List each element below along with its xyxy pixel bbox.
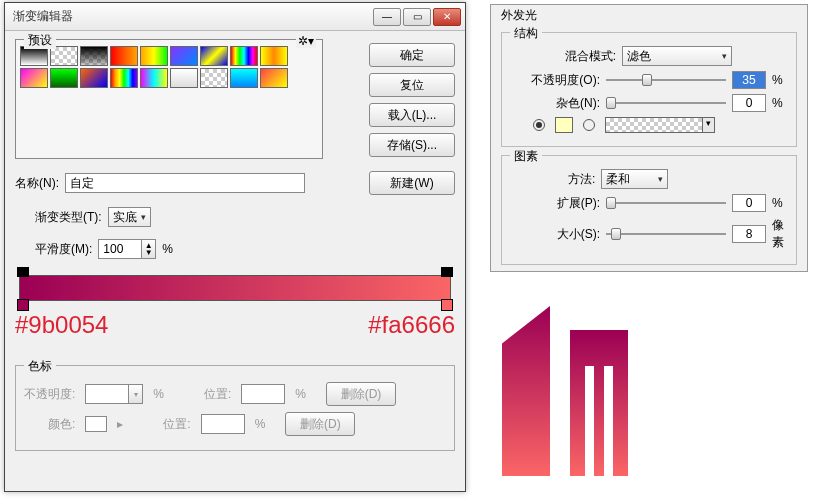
size-unit: 像素 (772, 217, 788, 251)
preset-swatch[interactable] (200, 68, 228, 88)
opacity-slider[interactable] (606, 73, 726, 87)
percent-sign: % (255, 417, 266, 431)
delete-label: 删除(D) (300, 416, 341, 433)
blend-mode-select[interactable]: 滤色 ▾ (622, 46, 732, 66)
gradient-bar[interactable] (19, 275, 451, 301)
stop-color-label: 颜色: (48, 416, 75, 433)
percent-sign: % (772, 73, 788, 87)
spread-value-input[interactable]: 0 (732, 194, 766, 212)
stepper-icon: ▾ (129, 384, 143, 404)
stops-group: 色标 不透明度: ▾ % 位置: % 删除(D) 颜色: ▸ 位置: % 删除(… (15, 365, 455, 451)
size-label: 大小(S): (510, 226, 600, 243)
name-input[interactable] (65, 173, 305, 193)
name-label: 名称(N): (15, 175, 59, 192)
preset-swatch[interactable] (50, 68, 78, 88)
color-stop-right[interactable] (441, 299, 453, 311)
glow-gradient-radio[interactable] (583, 119, 595, 131)
presets-panel: 预设 ✲▾ (15, 39, 323, 159)
preset-swatch[interactable] (260, 68, 288, 88)
noise-slider[interactable] (606, 96, 726, 110)
stops-label: 色标 (24, 358, 56, 375)
gradient-type-value: 实底 (113, 209, 137, 226)
gradient-bar-area[interactable] (15, 269, 455, 307)
smoothness-input[interactable] (98, 239, 142, 259)
stop-color-swatch (85, 416, 107, 432)
save-button[interactable]: 存储(S)... (369, 133, 455, 157)
outer-glow-title: 外发光 (501, 8, 537, 22)
preset-swatch[interactable] (170, 46, 198, 66)
preset-swatch[interactable] (110, 46, 138, 66)
preset-swatch[interactable] (230, 46, 258, 66)
percent-sign: % (162, 242, 178, 256)
percent-sign: % (772, 96, 788, 110)
size-value-input[interactable]: 8 (732, 225, 766, 243)
percent-sign: % (772, 196, 788, 210)
delete-label: 删除(D) (341, 386, 382, 403)
preset-swatch[interactable] (80, 46, 108, 66)
titlebar[interactable]: 渐变编辑器 — ▭ ✕ (5, 3, 465, 31)
blend-mode-label: 混合模式: (526, 48, 616, 65)
stop-opacity-position-input (241, 384, 285, 404)
preset-swatch[interactable] (140, 46, 168, 66)
preset-swatch[interactable] (20, 68, 48, 88)
preset-swatch[interactable] (260, 46, 288, 66)
delete-opacity-button: 删除(D) (326, 382, 396, 406)
outer-glow-panel: 外发光 结构 混合模式: 滤色 ▾ 不透明度(O): 35 % 杂色(N): 0… (490, 4, 808, 272)
close-button[interactable]: ✕ (433, 8, 461, 26)
position-label: 位置: (163, 416, 190, 433)
ok-button[interactable]: 确定 (369, 43, 455, 67)
preset-swatch[interactable] (230, 68, 258, 88)
noise-label: 杂色(N): (510, 95, 600, 112)
presets-menu-icon[interactable]: ✲▾ (296, 34, 316, 48)
presets-label: 预设 (24, 32, 56, 49)
structure-group: 结构 混合模式: 滤色 ▾ 不透明度(O): 35 % 杂色(N): 0 % ▾ (501, 32, 797, 147)
chevron-down-icon: ▾ (658, 174, 663, 184)
smoothness-stepper[interactable]: ▲▼ (142, 239, 156, 259)
spread-label: 扩展(P): (510, 195, 600, 212)
noise-value-input[interactable]: 0 (732, 94, 766, 112)
preset-swatch[interactable] (140, 68, 168, 88)
reset-label: 复位 (400, 77, 424, 94)
chevron-down-icon[interactable]: ▾ (702, 118, 714, 132)
opacity-stop-left[interactable] (17, 267, 29, 277)
delete-color-button: 删除(D) (285, 412, 355, 436)
gradient-editor-window: 渐变编辑器 — ▭ ✕ 预设 ✲▾ (4, 2, 466, 492)
stop-opacity-input (85, 384, 129, 404)
glow-color-swatch[interactable] (555, 117, 573, 133)
chevron-down-icon: ▾ (722, 51, 727, 61)
window-title: 渐变编辑器 (9, 8, 373, 25)
preset-swatch[interactable] (170, 68, 198, 88)
gradient-type-select[interactable]: 实底 ▾ (108, 207, 151, 227)
blend-mode-value: 滤色 (627, 48, 651, 65)
color-stop-left[interactable] (17, 299, 29, 311)
new-button[interactable]: 新建(W) (369, 171, 455, 195)
ok-label: 确定 (400, 47, 424, 64)
maximize-button[interactable]: ▭ (403, 8, 431, 26)
glow-color-radio[interactable] (533, 119, 545, 131)
glow-gradient-swatch[interactable]: ▾ (605, 117, 715, 133)
technique-select[interactable]: 柔和 ▾ (601, 169, 668, 189)
preview-shape-2 (570, 330, 628, 476)
preset-swatch[interactable] (110, 68, 138, 88)
preset-swatch[interactable] (20, 46, 48, 66)
spread-slider[interactable] (606, 196, 726, 210)
load-button[interactable]: 载入(L)... (369, 103, 455, 127)
reset-button[interactable]: 复位 (369, 73, 455, 97)
opacity-value-input[interactable]: 35 (732, 71, 766, 89)
chevron-down-icon: ▾ (141, 212, 146, 222)
opacity-label: 不透明度(O): (510, 72, 600, 89)
left-hex-annotation: #9b0054 (15, 311, 108, 339)
minimize-button[interactable]: — (373, 8, 401, 26)
elements-group: 图素 方法: 柔和 ▾ 扩展(P): 0 % 大小(S): 8 像素 (501, 155, 797, 265)
stop-color-position-input (201, 414, 245, 434)
opacity-stop-right[interactable] (441, 267, 453, 277)
gradient-type-label: 渐变类型(T): (35, 209, 102, 226)
elements-label: 图素 (510, 148, 542, 165)
shape-preview (490, 306, 650, 486)
preset-swatch[interactable] (200, 46, 228, 66)
preset-swatch[interactable] (50, 46, 78, 66)
position-label: 位置: (204, 386, 231, 403)
size-slider[interactable] (606, 227, 726, 241)
preset-swatch[interactable] (80, 68, 108, 88)
save-label: 存储(S)... (387, 137, 437, 154)
